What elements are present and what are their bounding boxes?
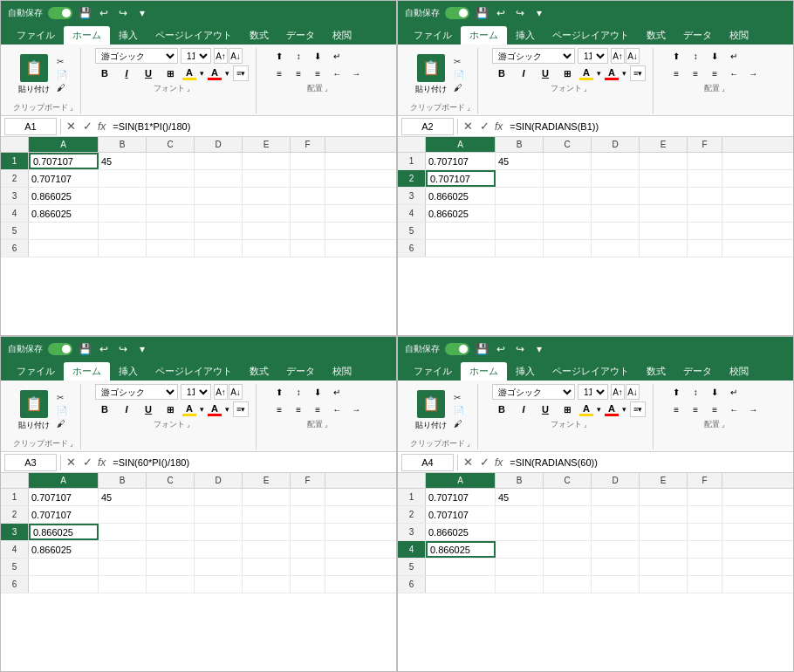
cell-B4-4[interactable]: [496, 541, 544, 558]
cell-A4-1[interactable]: 0.866025: [29, 205, 99, 222]
cell-C1-4[interactable]: [544, 489, 592, 505]
formula-cancel-1[interactable]: ✕: [65, 120, 78, 133]
wrap-text-1[interactable]: ↵: [328, 48, 346, 64]
row-header-1-4[interactable]: 1: [398, 489, 426, 505]
paste-button-1[interactable]: 📋 貼り付け: [17, 52, 51, 97]
cell-E1-4[interactable]: [640, 489, 688, 505]
col-header-A-4[interactable]: A: [426, 473, 496, 488]
cell-C3-2[interactable]: [544, 188, 592, 204]
cell-A6-2[interactable]: [426, 240, 496, 257]
row-header-6-4[interactable]: 6: [398, 576, 426, 593]
autosave-toggle-2[interactable]: [445, 7, 469, 19]
underline-button-3[interactable]: U: [139, 401, 158, 417]
align-expand-3[interactable]: ⌟: [325, 421, 328, 429]
row-header-6-1[interactable]: 6: [1, 240, 29, 257]
formula-input-2[interactable]: [506, 121, 790, 132]
wrap-text-2[interactable]: ↵: [725, 48, 743, 64]
cell-E2-3[interactable]: [243, 506, 291, 523]
font-color-arrow-3[interactable]: ▾: [225, 405, 229, 414]
font-color-arrow-2[interactable]: ▾: [622, 69, 626, 78]
align-top-1[interactable]: ⬆: [270, 48, 288, 64]
fill-color-arrow-3[interactable]: ▾: [200, 405, 204, 414]
tab-data-4[interactable]: データ: [674, 362, 721, 381]
cell-A2-4[interactable]: 0.707107: [426, 506, 496, 523]
wrap-text-4[interactable]: ↵: [725, 384, 743, 400]
clipboard-expand-2[interactable]: ⌟: [467, 104, 470, 112]
cell-C5-1[interactable]: [147, 223, 195, 239]
cell-E2-4[interactable]: [640, 506, 688, 523]
row-header-1-3[interactable]: 1: [1, 489, 29, 505]
col-header-C-2[interactable]: C: [544, 137, 592, 152]
font-expand-1[interactable]: ⌟: [187, 85, 190, 93]
indent-inc-2[interactable]: →: [744, 65, 762, 81]
cell-B1-4[interactable]: 45: [496, 489, 544, 505]
tab-data-3[interactable]: データ: [277, 362, 324, 381]
cell-F3-4[interactable]: [688, 524, 722, 540]
row-header-2-1[interactable]: 2: [1, 170, 29, 187]
save-icon-3[interactable]: 💾: [78, 342, 92, 356]
underline-button-1[interactable]: U: [139, 65, 158, 81]
border-button-4[interactable]: ⊞: [558, 401, 577, 417]
bold-button-1[interactable]: B: [95, 65, 114, 81]
paste-button-3[interactable]: 📋 貼り付け: [17, 388, 51, 433]
align-center-4[interactable]: ≡: [687, 401, 704, 417]
cell-A3-2[interactable]: 0.866025: [426, 188, 496, 204]
font-size-dec-2[interactable]: A↓: [626, 48, 640, 64]
cell-C4-1[interactable]: [147, 205, 195, 222]
cell-D2-4[interactable]: [592, 506, 640, 523]
tab-insert-1[interactable]: 挿入: [110, 26, 147, 45]
fill-color-arrow-1[interactable]: ▾: [200, 69, 204, 78]
font-size-dec-3[interactable]: A↓: [229, 384, 243, 400]
formula-confirm-4[interactable]: ✓: [478, 456, 491, 469]
cell-B1-3[interactable]: 45: [99, 489, 147, 505]
cell-B2-1[interactable]: [99, 170, 147, 187]
font-name-select-1[interactable]: 游ゴシック: [95, 48, 178, 64]
cell-B3-3[interactable]: [99, 524, 147, 540]
cell-F4-4[interactable]: [688, 541, 722, 558]
cell-A2-1[interactable]: 0.707107: [29, 170, 99, 187]
cell-E4-3[interactable]: [243, 541, 291, 558]
align-left-2[interactable]: ≡: [667, 65, 685, 81]
cell-D5-3[interactable]: [195, 559, 243, 575]
align-top-3[interactable]: ⬆: [270, 384, 288, 400]
cell-C2-3[interactable]: [147, 506, 195, 523]
cell-ref-1[interactable]: [4, 118, 57, 135]
cell-B3-1[interactable]: [99, 188, 147, 204]
copy-button-3[interactable]: 📄: [54, 405, 70, 416]
cell-A2-3[interactable]: 0.707107: [29, 506, 99, 523]
tab-review-4[interactable]: 校閲: [721, 362, 757, 381]
indent-dec-4[interactable]: ←: [725, 401, 743, 417]
align-expand-2[interactable]: ⌟: [722, 85, 725, 93]
cell-E1-2[interactable]: [640, 153, 688, 169]
align-top-4[interactable]: ⬆: [667, 384, 685, 400]
cell-D5-1[interactable]: [195, 223, 243, 239]
font-size-select-3[interactable]: 11: [181, 384, 211, 400]
cell-F5-1[interactable]: [291, 223, 325, 239]
cell-C5-2[interactable]: [544, 223, 592, 239]
cell-D2-2[interactable]: [592, 170, 640, 187]
col-header-A-1[interactable]: A: [29, 137, 99, 152]
font-name-select-2[interactable]: 游ゴシック: [492, 48, 575, 64]
cell-B5-2[interactable]: [496, 223, 544, 239]
cell-E5-3[interactable]: [243, 559, 291, 575]
cell-D1-4[interactable]: [592, 489, 640, 505]
tab-formula-3[interactable]: 数式: [241, 362, 277, 381]
font-size-dec-4[interactable]: A↓: [626, 384, 640, 400]
cut-button-2[interactable]: ✂: [451, 56, 467, 67]
paste-button-2[interactable]: 📋 貼り付け: [414, 52, 448, 97]
cell-E2-1[interactable]: [243, 170, 291, 187]
cell-C3-4[interactable]: [544, 524, 592, 540]
font-color-btn-3[interactable]: A: [208, 403, 222, 416]
formula-cancel-2[interactable]: ✕: [462, 120, 475, 133]
cell-B6-4[interactable]: [496, 576, 544, 593]
fill-color-btn-4[interactable]: A: [579, 403, 593, 416]
merge-btn-1[interactable]: ≡▾: [233, 65, 249, 81]
fill-color-arrow-4[interactable]: ▾: [597, 405, 601, 414]
indent-inc-4[interactable]: →: [744, 401, 762, 417]
cell-D4-1[interactable]: [195, 205, 243, 222]
cell-F6-4[interactable]: [688, 576, 722, 593]
cell-A1-4[interactable]: 0.707107: [426, 489, 496, 505]
row-header-6-2[interactable]: 6: [398, 240, 426, 257]
cell-F2-2[interactable]: [688, 170, 722, 187]
bold-button-4[interactable]: B: [492, 401, 511, 417]
